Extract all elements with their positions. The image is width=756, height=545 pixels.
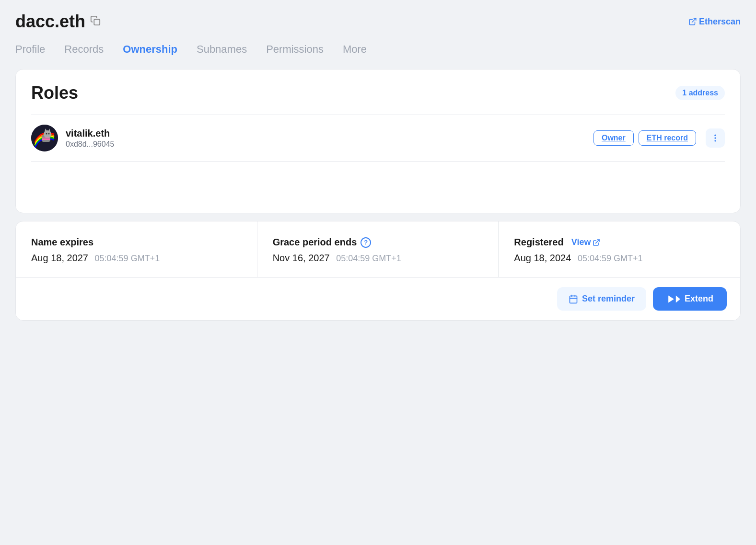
tab-permissions[interactable]: Permissions [266,43,324,59]
svg-point-12 [714,137,716,139]
actions-row: Set reminder Extend [16,277,740,320]
name-expires-label: Name expires [31,237,242,248]
set-reminder-button[interactable]: Set reminder [557,287,646,311]
roles-header: Roles 1 address [31,83,725,103]
view-link[interactable]: View [571,237,601,247]
extend-label: Extend [685,294,713,304]
owner-tag[interactable]: Owner [593,130,634,146]
svg-point-8 [48,133,50,135]
svg-line-1 [692,18,696,22]
tab-subnames[interactable]: Subnames [197,43,247,59]
grace-period-value: Nov 16, 2027 05:04:59 GMT+1 [273,253,483,264]
grace-period-label: Grace period ends ? [273,237,483,248]
svg-point-7 [46,133,47,135]
eth-record-tag[interactable]: ETH record [639,130,696,146]
tab-profile[interactable]: Profile [15,43,45,59]
extend-button[interactable]: Extend [653,287,727,311]
dates-grid: Name expires Aug 18, 2027 05:04:59 GMT+1… [16,221,740,277]
tab-records[interactable]: Records [64,43,104,59]
tab-navigation: Profile Records Ownership Subnames Permi… [15,43,741,59]
address-badge: 1 address [675,86,725,100]
name-expires-value: Aug 18, 2027 05:04:59 GMT+1 [31,253,242,264]
svg-rect-15 [570,296,577,303]
tab-ownership[interactable]: Ownership [123,43,177,59]
set-reminder-label: Set reminder [582,294,635,304]
svg-marker-19 [668,295,674,302]
role-address: 0xd8d...96045 [66,140,593,149]
domain-title: dacc.eth [15,12,85,32]
svg-marker-20 [676,295,680,302]
svg-point-11 [714,135,716,136]
svg-line-14 [596,240,599,243]
role-info: vitalik.eth 0xd8d...96045 [66,128,593,149]
registered-cell: Registered View Aug 18, 2024 05:04:59 GM… [499,221,740,277]
svg-point-13 [714,140,716,141]
grace-period-cell: Grace period ends ? Nov 16, 2027 05:04:5… [257,221,499,277]
svg-rect-10 [42,139,50,140]
svg-rect-9 [42,138,50,139]
svg-point-4 [44,130,51,138]
header-left: dacc.eth [15,12,101,32]
roles-title: Roles [31,83,78,103]
help-icon[interactable]: ? [361,237,371,248]
role-name: vitalik.eth [66,128,593,139]
registered-value: Aug 18, 2024 05:04:59 GMT+1 [514,253,725,264]
svg-rect-0 [94,19,100,25]
role-row: vitalik.eth 0xd8d...96045 Owner ETH reco… [31,115,725,161]
role-more-button[interactable] [706,128,725,148]
page-header: dacc.eth Etherscan [15,12,741,32]
role-tags: Owner ETH record [593,128,725,148]
name-expires-cell: Name expires Aug 18, 2027 05:04:59 GMT+1 [16,221,257,277]
roles-card: Roles 1 address [15,69,741,213]
tab-more[interactable]: More [343,43,367,59]
empty-row [31,161,725,199]
etherscan-link[interactable]: Etherscan [688,17,741,27]
etherscan-label: Etherscan [699,17,741,27]
copy-icon[interactable] [90,15,101,28]
registered-label: Registered View [514,237,725,248]
dates-card: Name expires Aug 18, 2027 05:04:59 GMT+1… [15,221,741,321]
avatar [31,125,58,151]
